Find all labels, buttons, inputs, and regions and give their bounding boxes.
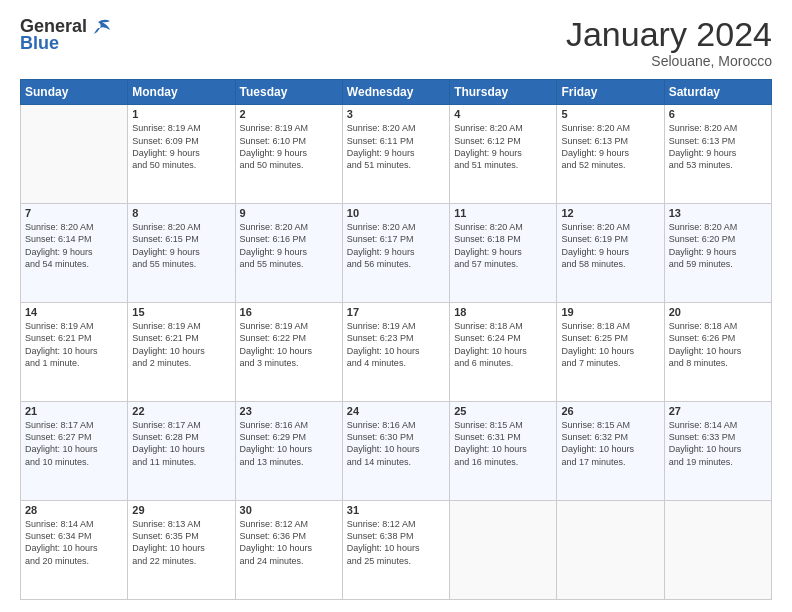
weekday-header-friday: Friday (557, 80, 664, 105)
day-number: 13 (669, 207, 767, 219)
day-info: Sunrise: 8:20 AM Sunset: 6:17 PM Dayligh… (347, 221, 445, 270)
location: Selouane, Morocco (566, 53, 772, 69)
day-info: Sunrise: 8:19 AM Sunset: 6:22 PM Dayligh… (240, 320, 338, 369)
day-number: 8 (132, 207, 230, 219)
logo: General Blue (20, 16, 112, 54)
calendar-cell: 19Sunrise: 8:18 AM Sunset: 6:25 PM Dayli… (557, 303, 664, 402)
calendar-cell (557, 501, 664, 600)
header: General Blue January 2024 Selouane, Moro… (20, 16, 772, 69)
day-info: Sunrise: 8:19 AM Sunset: 6:21 PM Dayligh… (132, 320, 230, 369)
day-info: Sunrise: 8:18 AM Sunset: 6:25 PM Dayligh… (561, 320, 659, 369)
day-number: 27 (669, 405, 767, 417)
calendar-week-row: 1Sunrise: 8:19 AM Sunset: 6:09 PM Daylig… (21, 105, 772, 204)
day-info: Sunrise: 8:20 AM Sunset: 6:16 PM Dayligh… (240, 221, 338, 270)
day-number: 4 (454, 108, 552, 120)
calendar-cell: 9Sunrise: 8:20 AM Sunset: 6:16 PM Daylig… (235, 204, 342, 303)
calendar-cell: 22Sunrise: 8:17 AM Sunset: 6:28 PM Dayli… (128, 402, 235, 501)
day-info: Sunrise: 8:19 AM Sunset: 6:09 PM Dayligh… (132, 122, 230, 171)
day-number: 25 (454, 405, 552, 417)
day-number: 1 (132, 108, 230, 120)
day-info: Sunrise: 8:15 AM Sunset: 6:32 PM Dayligh… (561, 419, 659, 468)
calendar-week-row: 21Sunrise: 8:17 AM Sunset: 6:27 PM Dayli… (21, 402, 772, 501)
day-number: 24 (347, 405, 445, 417)
calendar-cell: 31Sunrise: 8:12 AM Sunset: 6:38 PM Dayli… (342, 501, 449, 600)
day-info: Sunrise: 8:17 AM Sunset: 6:28 PM Dayligh… (132, 419, 230, 468)
calendar-cell: 2Sunrise: 8:19 AM Sunset: 6:10 PM Daylig… (235, 105, 342, 204)
calendar-cell: 4Sunrise: 8:20 AM Sunset: 6:12 PM Daylig… (450, 105, 557, 204)
day-number: 19 (561, 306, 659, 318)
calendar-cell: 3Sunrise: 8:20 AM Sunset: 6:11 PM Daylig… (342, 105, 449, 204)
day-info: Sunrise: 8:20 AM Sunset: 6:12 PM Dayligh… (454, 122, 552, 171)
day-info: Sunrise: 8:13 AM Sunset: 6:35 PM Dayligh… (132, 518, 230, 567)
calendar-table: SundayMondayTuesdayWednesdayThursdayFrid… (20, 79, 772, 600)
calendar-cell: 20Sunrise: 8:18 AM Sunset: 6:26 PM Dayli… (664, 303, 771, 402)
day-info: Sunrise: 8:17 AM Sunset: 6:27 PM Dayligh… (25, 419, 123, 468)
page: General Blue January 2024 Selouane, Moro… (0, 0, 792, 612)
calendar-cell: 10Sunrise: 8:20 AM Sunset: 6:17 PM Dayli… (342, 204, 449, 303)
day-number: 15 (132, 306, 230, 318)
day-info: Sunrise: 8:14 AM Sunset: 6:33 PM Dayligh… (669, 419, 767, 468)
weekday-header-monday: Monday (128, 80, 235, 105)
day-number: 21 (25, 405, 123, 417)
day-number: 17 (347, 306, 445, 318)
day-number: 29 (132, 504, 230, 516)
calendar-cell: 1Sunrise: 8:19 AM Sunset: 6:09 PM Daylig… (128, 105, 235, 204)
day-info: Sunrise: 8:16 AM Sunset: 6:30 PM Dayligh… (347, 419, 445, 468)
weekday-header-sunday: Sunday (21, 80, 128, 105)
day-number: 10 (347, 207, 445, 219)
weekday-header-wednesday: Wednesday (342, 80, 449, 105)
calendar-cell: 23Sunrise: 8:16 AM Sunset: 6:29 PM Dayli… (235, 402, 342, 501)
calendar-week-row: 7Sunrise: 8:20 AM Sunset: 6:14 PM Daylig… (21, 204, 772, 303)
calendar-cell: 7Sunrise: 8:20 AM Sunset: 6:14 PM Daylig… (21, 204, 128, 303)
day-info: Sunrise: 8:19 AM Sunset: 6:23 PM Dayligh… (347, 320, 445, 369)
day-info: Sunrise: 8:18 AM Sunset: 6:26 PM Dayligh… (669, 320, 767, 369)
calendar-cell: 28Sunrise: 8:14 AM Sunset: 6:34 PM Dayli… (21, 501, 128, 600)
day-number: 14 (25, 306, 123, 318)
day-number: 18 (454, 306, 552, 318)
calendar-cell: 21Sunrise: 8:17 AM Sunset: 6:27 PM Dayli… (21, 402, 128, 501)
calendar-cell (21, 105, 128, 204)
calendar-cell: 12Sunrise: 8:20 AM Sunset: 6:19 PM Dayli… (557, 204, 664, 303)
calendar-cell: 11Sunrise: 8:20 AM Sunset: 6:18 PM Dayli… (450, 204, 557, 303)
calendar-cell: 25Sunrise: 8:15 AM Sunset: 6:31 PM Dayli… (450, 402, 557, 501)
day-number: 6 (669, 108, 767, 120)
calendar-cell: 15Sunrise: 8:19 AM Sunset: 6:21 PM Dayli… (128, 303, 235, 402)
calendar-cell (450, 501, 557, 600)
day-number: 20 (669, 306, 767, 318)
day-number: 2 (240, 108, 338, 120)
month-title: January 2024 (566, 16, 772, 53)
calendar-cell (664, 501, 771, 600)
calendar-cell: 8Sunrise: 8:20 AM Sunset: 6:15 PM Daylig… (128, 204, 235, 303)
calendar-cell: 5Sunrise: 8:20 AM Sunset: 6:13 PM Daylig… (557, 105, 664, 204)
day-number: 30 (240, 504, 338, 516)
day-number: 16 (240, 306, 338, 318)
day-number: 5 (561, 108, 659, 120)
weekday-header-tuesday: Tuesday (235, 80, 342, 105)
calendar-cell: 16Sunrise: 8:19 AM Sunset: 6:22 PM Dayli… (235, 303, 342, 402)
day-info: Sunrise: 8:12 AM Sunset: 6:38 PM Dayligh… (347, 518, 445, 567)
logo-bird-icon (90, 18, 112, 36)
calendar-cell: 27Sunrise: 8:14 AM Sunset: 6:33 PM Dayli… (664, 402, 771, 501)
calendar-week-row: 14Sunrise: 8:19 AM Sunset: 6:21 PM Dayli… (21, 303, 772, 402)
day-info: Sunrise: 8:12 AM Sunset: 6:36 PM Dayligh… (240, 518, 338, 567)
calendar-header-row: SundayMondayTuesdayWednesdayThursdayFrid… (21, 80, 772, 105)
day-info: Sunrise: 8:18 AM Sunset: 6:24 PM Dayligh… (454, 320, 552, 369)
day-info: Sunrise: 8:16 AM Sunset: 6:29 PM Dayligh… (240, 419, 338, 468)
day-number: 11 (454, 207, 552, 219)
day-number: 22 (132, 405, 230, 417)
day-info: Sunrise: 8:19 AM Sunset: 6:21 PM Dayligh… (25, 320, 123, 369)
calendar-cell: 18Sunrise: 8:18 AM Sunset: 6:24 PM Dayli… (450, 303, 557, 402)
day-number: 28 (25, 504, 123, 516)
day-info: Sunrise: 8:20 AM Sunset: 6:13 PM Dayligh… (669, 122, 767, 171)
day-number: 31 (347, 504, 445, 516)
calendar-cell: 29Sunrise: 8:13 AM Sunset: 6:35 PM Dayli… (128, 501, 235, 600)
day-info: Sunrise: 8:20 AM Sunset: 6:20 PM Dayligh… (669, 221, 767, 270)
day-number: 23 (240, 405, 338, 417)
calendar-cell: 26Sunrise: 8:15 AM Sunset: 6:32 PM Dayli… (557, 402, 664, 501)
day-number: 3 (347, 108, 445, 120)
day-number: 12 (561, 207, 659, 219)
day-info: Sunrise: 8:20 AM Sunset: 6:18 PM Dayligh… (454, 221, 552, 270)
calendar-cell: 30Sunrise: 8:12 AM Sunset: 6:36 PM Dayli… (235, 501, 342, 600)
day-info: Sunrise: 8:20 AM Sunset: 6:14 PM Dayligh… (25, 221, 123, 270)
logo-blue: Blue (20, 33, 59, 54)
